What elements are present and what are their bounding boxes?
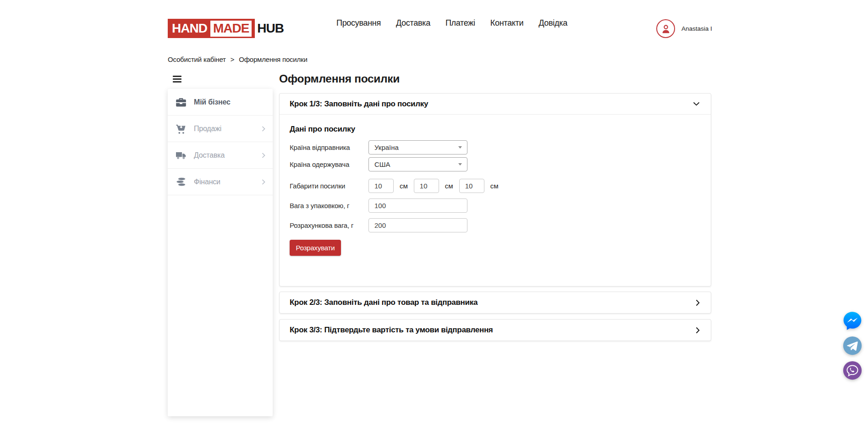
sender-country-value: Україна xyxy=(374,143,399,151)
calc-weight-row: Розрахункова вага, г xyxy=(290,218,701,232)
sidebar-item-my-business[interactable]: Мій бізнес xyxy=(168,89,273,116)
nav-item-help[interactable]: Довідка xyxy=(538,18,567,28)
sender-country-row: Країна відправника Україна xyxy=(290,140,701,154)
telegram-icon xyxy=(842,335,863,356)
sender-country-label: Країна відправника xyxy=(290,143,368,151)
step1-header[interactable]: Крок 1/3: Заповніть дані про посилку xyxy=(280,94,711,115)
calc-weight-input[interactable] xyxy=(368,218,467,232)
calc-weight-label: Розрахункова вага, г xyxy=(290,221,368,229)
telegram-button[interactable] xyxy=(842,335,863,356)
chevron-right-icon xyxy=(696,299,700,306)
coins-icon xyxy=(176,176,187,187)
nav-item-delivery[interactable]: Доставка xyxy=(396,18,430,28)
unit-cm: см xyxy=(445,182,453,190)
chevron-right-icon xyxy=(262,152,265,158)
step3-header[interactable]: Крок 3/3: Підтвердьте вартість та умови … xyxy=(280,320,711,341)
user-name: Anastasia I xyxy=(681,25,712,32)
user-menu[interactable]: Anastasia I xyxy=(656,19,712,38)
sidebar-item-label: Мій бізнес xyxy=(194,98,231,106)
step1-title: Крок 1/3: Заповніть дані про посилку xyxy=(290,99,428,109)
step2-title: Крок 2/3: Заповніть дані про товар та ві… xyxy=(290,298,478,307)
sidebar-item-label: Доставка xyxy=(194,151,225,160)
dimensions-label: Габарити посилки xyxy=(290,182,368,190)
chevron-down-icon xyxy=(693,102,700,106)
dimension-width-input[interactable] xyxy=(414,179,439,193)
logo-part-hub: HUB xyxy=(257,21,284,36)
page-title: Оформлення посилки xyxy=(279,72,400,85)
top-header: HAND MADE HUB Просування Доставка Платеж… xyxy=(0,0,868,46)
dimension-height-input[interactable] xyxy=(459,179,484,193)
sidebar-item-delivery[interactable]: Доставка xyxy=(168,142,273,169)
calculate-button[interactable]: Розрахувати xyxy=(290,240,341,256)
briefcase-icon xyxy=(176,97,187,108)
person-icon xyxy=(660,23,672,35)
chevron-right-icon xyxy=(262,179,265,185)
sender-country-select[interactable]: Україна xyxy=(368,140,467,154)
caret-down-icon xyxy=(458,146,462,149)
weight-row: Вага з упаковкою, г xyxy=(290,198,701,213)
nav-item-payments[interactable]: Платежі xyxy=(445,18,475,28)
social-float-bar xyxy=(842,310,863,385)
nav-item-contacts[interactable]: Контакти xyxy=(490,18,523,28)
chevron-right-icon xyxy=(262,126,265,132)
main-nav: Просування Доставка Платежі Контакти Дов… xyxy=(336,0,567,46)
viber-button[interactable] xyxy=(842,360,863,381)
recipient-country-value: США xyxy=(374,160,390,168)
viber-icon xyxy=(842,360,863,381)
parcel-form: Дані про посилку Країна відправника Укра… xyxy=(280,115,711,256)
sidebar-item-label: Фінанси xyxy=(194,178,220,186)
chevron-right-icon xyxy=(696,327,700,334)
sidebar: Мій бізнес Продажі Доставка xyxy=(168,89,273,416)
weight-input[interactable] xyxy=(368,198,467,213)
sidebar-item-label: Продажі xyxy=(194,125,221,133)
recipient-country-label: Країна одержувача xyxy=(290,160,368,168)
avatar xyxy=(656,19,675,38)
cart-icon xyxy=(176,123,187,134)
step2-header[interactable]: Крок 2/3: Заповніть дані про товар та ві… xyxy=(280,292,711,313)
step3-card: Крок 3/3: Підтвердьте вартість та умови … xyxy=(279,319,711,341)
breadcrumb-separator: > xyxy=(231,55,235,63)
step1-card: Крок 1/3: Заповніть дані про посилку Дан… xyxy=(279,93,711,287)
dimensions-row: Габарити посилки см см см xyxy=(290,179,701,193)
messenger-icon xyxy=(842,310,863,331)
sidebar-item-sales[interactable]: Продажі xyxy=(168,116,273,142)
sidebar-item-finance[interactable]: Фінанси xyxy=(168,169,273,195)
step2-card: Крок 2/3: Заповніть дані про товар та ві… xyxy=(279,292,711,314)
logo-part-made: MADE xyxy=(210,21,252,37)
unit-cm: см xyxy=(400,182,408,190)
logo-part-hand: HAND xyxy=(172,21,207,36)
breadcrumb-current: Оформлення посилки xyxy=(239,55,307,63)
step3-title: Крок 3/3: Підтвердьте вартість та умови … xyxy=(290,325,493,335)
weight-label: Вага з упаковкою, г xyxy=(290,202,368,209)
breadcrumb: Особистий кабінет > Оформлення посилки xyxy=(168,55,308,63)
hamburger-icon[interactable] xyxy=(173,76,181,83)
recipient-country-select[interactable]: США xyxy=(368,157,467,171)
form-section-title: Дані про посилку xyxy=(290,125,701,134)
truck-icon xyxy=(176,150,187,161)
logo-red-box: HAND MADE xyxy=(168,19,255,38)
logo[interactable]: HAND MADE HUB xyxy=(168,19,284,38)
recipient-country-row: Країна одержувача США xyxy=(290,157,701,171)
dimension-length-input[interactable] xyxy=(368,179,394,193)
caret-down-icon xyxy=(458,163,462,165)
nav-item-promotion[interactable]: Просування xyxy=(336,18,381,28)
unit-cm: см xyxy=(490,182,499,190)
breadcrumb-account-link[interactable]: Особистий кабінет xyxy=(168,55,226,63)
messenger-button[interactable] xyxy=(842,310,863,331)
